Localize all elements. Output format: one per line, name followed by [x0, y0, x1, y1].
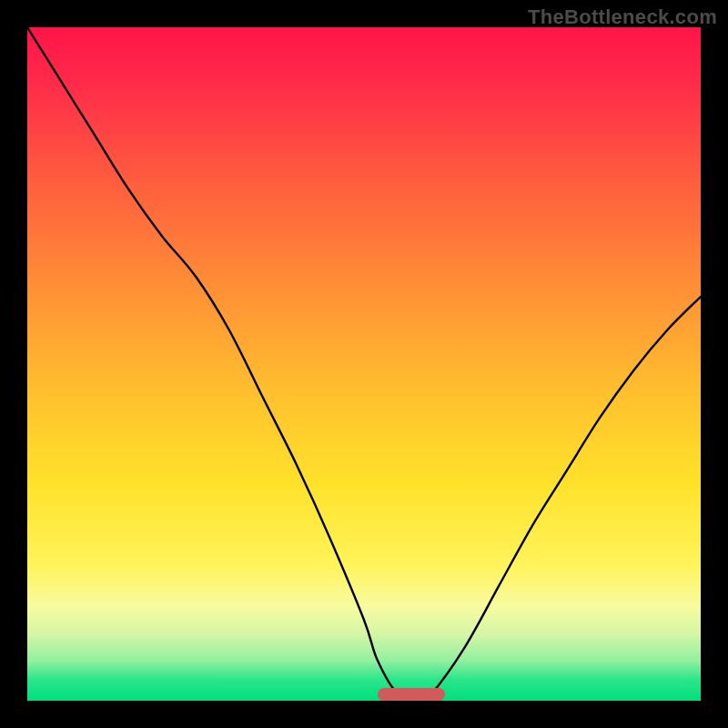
- curve-path: [27, 27, 701, 701]
- bottleneck-curve: [27, 27, 701, 701]
- chart-frame: TheBottleneck.com: [0, 0, 728, 728]
- plot-area: [27, 27, 701, 701]
- minimum-marker: [378, 688, 445, 701]
- watermark-text: TheBottleneck.com: [528, 5, 717, 29]
